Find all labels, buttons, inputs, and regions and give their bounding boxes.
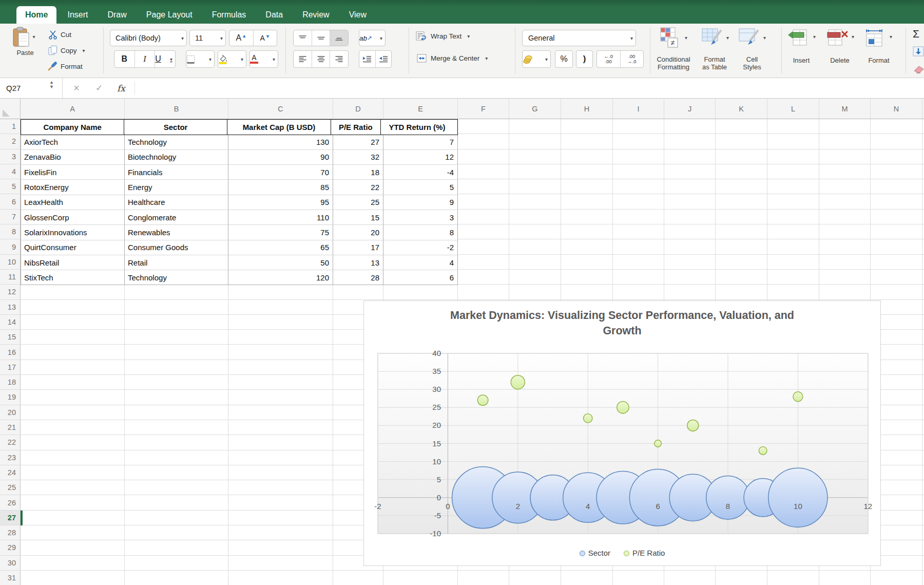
format-cells-button[interactable]: ▾ xyxy=(864,29,895,47)
align-center-button[interactable] xyxy=(312,51,331,67)
select-all-corner[interactable] xyxy=(0,99,21,119)
table-cell[interactable]: ZenavaBio xyxy=(21,150,125,165)
format-as-table-dropdown-icon[interactable]: ▾ xyxy=(724,35,732,52)
paste-button[interactable]: ▾ Paste xyxy=(8,27,42,56)
fill-color-button[interactable]: ▾ xyxy=(218,50,246,68)
tab-view[interactable]: View xyxy=(340,6,375,24)
table-cell[interactable]: 6 xyxy=(383,270,458,285)
table-cell[interactable]: 17 xyxy=(333,240,383,255)
row-header-3[interactable]: 3 xyxy=(0,149,21,164)
table-cell[interactable]: 75 xyxy=(228,225,333,240)
table-cell[interactable]: StixTech xyxy=(21,270,125,285)
font-color-button[interactable]: A ▾ xyxy=(249,50,278,68)
row-header-15[interactable]: 15 xyxy=(0,330,21,345)
row-header-14[interactable]: 14 xyxy=(0,315,21,330)
row-header-25[interactable]: 25 xyxy=(0,480,21,495)
table-cell[interactable]: Healthcare xyxy=(125,195,228,210)
underline-button[interactable]: U▾ xyxy=(155,51,175,67)
formula-input[interactable] xyxy=(135,78,924,98)
row-header-20[interactable]: 20 xyxy=(0,405,21,420)
table-cell[interactable]: 32 xyxy=(333,150,383,165)
table-cell[interactable]: Retail xyxy=(125,255,228,270)
table-cell[interactable]: 8 xyxy=(383,225,458,240)
column-header-D[interactable]: D xyxy=(333,99,383,119)
increase-font-button[interactable]: A▲ xyxy=(229,30,254,46)
table-cell[interactable]: SolarixInnovations xyxy=(21,225,125,240)
enter-button[interactable]: ✓ xyxy=(95,78,103,98)
row-header-22[interactable]: 22 xyxy=(0,435,21,450)
accounting-format-button[interactable]: ▾ xyxy=(522,50,551,68)
decrease-font-button[interactable]: A▼ xyxy=(254,30,277,46)
decrease-decimal-button[interactable]: .00→.0 xyxy=(621,51,644,67)
column-header-L[interactable]: L xyxy=(767,99,819,119)
row-header-9[interactable]: 9 xyxy=(0,239,21,254)
row-header-29[interactable]: 29 xyxy=(0,540,21,555)
table-cell[interactable]: 25 xyxy=(333,195,383,210)
table-cell[interactable]: 5 xyxy=(383,180,458,195)
table-header-cell[interactable]: P/E Ratio xyxy=(331,120,380,135)
table-cell[interactable]: Technology xyxy=(125,135,228,150)
row-header-1[interactable]: 1 xyxy=(0,119,21,134)
borders-button[interactable]: ▾ xyxy=(186,50,215,68)
table-cell[interactable]: RotoxEnergy xyxy=(21,180,125,195)
row-header-19[interactable]: 19 xyxy=(0,390,21,405)
table-cell[interactable]: GlossenCorp xyxy=(21,210,125,225)
accounting-dropdown-icon[interactable]: ▾ xyxy=(543,56,550,62)
merge-center-button[interactable]: Merge & Center ▾ xyxy=(416,53,490,63)
row-header-4[interactable]: 4 xyxy=(0,164,21,179)
table-header-cell[interactable]: YTD Return (%) xyxy=(381,120,454,135)
autosum-button[interactable]: Σ xyxy=(913,28,919,40)
table-cell[interactable]: -2 xyxy=(383,240,458,255)
table-cell[interactable]: Biotechnology xyxy=(125,150,228,165)
column-header-F[interactable]: F xyxy=(458,99,509,119)
table-cell[interactable]: 4 xyxy=(383,255,458,270)
tab-data[interactable]: Data xyxy=(257,6,292,24)
cut-button[interactable]: Cut xyxy=(48,30,71,40)
row-header-18[interactable]: 18 xyxy=(0,375,21,390)
cancel-button[interactable]: × xyxy=(73,78,80,98)
table-cell[interactable]: 85 xyxy=(228,180,333,195)
table-cell[interactable]: 15 xyxy=(333,210,383,225)
cell-styles-button[interactable]: ▾ xyxy=(738,27,768,52)
table-cell[interactable]: Consumer Goods xyxy=(125,240,228,255)
table-cell[interactable]: AxiorTech xyxy=(21,135,125,150)
fill-down-button[interactable] xyxy=(913,46,924,56)
align-top-button[interactable] xyxy=(294,30,312,46)
merge-center-dropdown-icon[interactable]: ▾ xyxy=(483,55,490,61)
table-cell[interactable]: Renewables xyxy=(125,225,228,240)
table-cell[interactable]: 12 xyxy=(383,150,458,165)
row-header-23[interactable]: 23 xyxy=(0,450,21,465)
column-header-I[interactable]: I xyxy=(613,99,664,119)
copy-dropdown-icon[interactable]: ▾ xyxy=(80,48,88,53)
table-cell[interactable]: LeaxHealth xyxy=(21,195,125,210)
orientation-dropdown-icon[interactable]: ▾ xyxy=(377,35,385,41)
row-header-17[interactable]: 17 xyxy=(0,360,21,375)
conditional-formatting-button[interactable]: ≠ ▾ xyxy=(660,27,690,52)
delete-cells-button[interactable]: ▾ xyxy=(825,29,857,47)
tab-insert[interactable]: Insert xyxy=(59,6,97,24)
bubble-chart[interactable]: Market Dynamics: Visualizing Sector Perf… xyxy=(363,300,881,566)
column-header-B[interactable]: B xyxy=(125,99,228,119)
row-header-21[interactable]: 21 xyxy=(0,420,21,435)
column-header-E[interactable]: E xyxy=(383,99,458,119)
row-header-27[interactable]: 27 xyxy=(0,511,21,525)
row-header-10[interactable]: 10 xyxy=(0,255,21,270)
table-cell[interactable]: 7 xyxy=(383,135,458,150)
paste-dropdown-icon[interactable]: ▾ xyxy=(30,34,37,40)
table-cell[interactable]: FixelisFin xyxy=(21,165,125,180)
row-header-30[interactable]: 30 xyxy=(0,556,21,571)
wrap-text-dropdown-icon[interactable]: ▾ xyxy=(465,33,472,39)
table-cell[interactable]: 110 xyxy=(228,210,333,225)
column-header-A[interactable]: A xyxy=(21,99,125,119)
table-cell[interactable]: Technology xyxy=(125,270,228,285)
align-right-button[interactable] xyxy=(330,51,348,67)
table-cell[interactable]: Energy xyxy=(125,180,228,195)
table-cell[interactable]: 20 xyxy=(333,225,383,240)
column-header-C[interactable]: C xyxy=(228,99,333,119)
table-cell[interactable]: 28 xyxy=(333,270,383,285)
table-cell[interactable]: 18 xyxy=(333,165,383,180)
increase-decimal-button[interactable]: ←.0.00 xyxy=(597,51,621,67)
table-cell[interactable]: 90 xyxy=(228,150,333,165)
tab-page-layout[interactable]: Page Layout xyxy=(138,6,201,24)
table-cell[interactable]: 9 xyxy=(383,195,458,210)
